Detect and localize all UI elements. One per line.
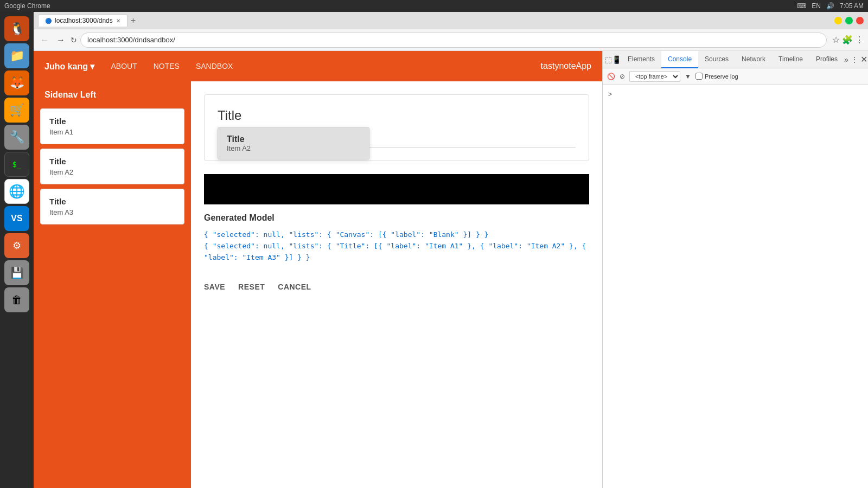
black-bar: [204, 174, 589, 204]
nav-about[interactable]: ABOUT: [111, 62, 137, 70]
volume-icon: 🔊: [826, 2, 834, 10]
back-button[interactable]: ←: [38, 33, 51, 47]
devtools-tabs: ⬚ 📱 Elements Console Sources Network Tim…: [603, 51, 868, 68]
sidebar-card-2-title: Title: [49, 157, 175, 166]
new-tab-button[interactable]: +: [131, 16, 136, 25]
maximize-button[interactable]: [845, 17, 853, 24]
sidebar-title: Sidenav Left: [34, 90, 191, 108]
os-topbar: Google Chrome ⌨ EN 🔊 7:05 AM: [0, 0, 868, 12]
model-title: Generated Model: [204, 213, 589, 223]
browser-toolbar: ← → ↻ ☆ 🧩 ⋮: [34, 29, 868, 51]
menu-button[interactable]: ⋮: [855, 35, 864, 45]
tab-console[interactable]: Console: [661, 51, 698, 68]
sidebar-card-1-item: Item A1: [49, 128, 175, 136]
tab-sources[interactable]: Sources: [698, 51, 735, 68]
devtools-more-tabs[interactable]: »: [844, 55, 848, 64]
browser-tab[interactable]: 🔵 localhost:3000/dnds ✕: [38, 14, 127, 27]
nav-sandbox[interactable]: SANDBOX: [196, 62, 233, 70]
address-bar[interactable]: [80, 33, 827, 48]
window-controls: [834, 17, 864, 24]
dock-trash[interactable]: 🗑: [4, 287, 29, 312]
tab-close-icon[interactable]: ✕: [116, 18, 120, 24]
dock-ubuntu[interactable]: 🐧: [4, 16, 29, 41]
devtools-toolbar: 🚫 ⊘ <top frame> ▼ Preserve log: [603, 68, 868, 85]
app-title-link[interactable]: tastynoteApp: [541, 61, 591, 71]
dock-chrome[interactable]: 🌐: [4, 179, 29, 204]
card-panel: Title Title Item A2: [204, 94, 589, 161]
browser-window: 🔵 localhost:3000/dnds ✕ + ← → ↻ ☆ 🧩 ⋮ Ju…: [34, 12, 868, 488]
sidebar-card-2-item: Item A2: [49, 168, 175, 176]
frame-selector[interactable]: <top frame>: [629, 71, 680, 82]
tab-network[interactable]: Network: [735, 51, 772, 68]
devtools-clear-button[interactable]: 🚫: [607, 73, 615, 80]
toolbar-actions: ☆ 🧩 ⋮: [832, 35, 864, 45]
devtools-inspect-icon[interactable]: ⬚: [605, 55, 612, 64]
keyboard-icon: ⌨: [797, 2, 806, 10]
close-button[interactable]: [856, 17, 864, 24]
app-brand[interactable]: Juho kang ▾: [44, 61, 94, 72]
dock-terminal[interactable]: $_: [4, 152, 29, 177]
tab-favicon: 🔵: [45, 18, 52, 24]
devtools-body: >: [603, 85, 868, 488]
dropdown-overlay: Title Item A2: [218, 127, 369, 159]
dock-settings[interactable]: 🔧: [4, 125, 29, 150]
dock-amazon[interactable]: 🛒: [4, 98, 29, 123]
save-button[interactable]: SAVE: [204, 280, 225, 293]
app-header: Juho kang ▾ ABOUT NOTES SANDBOX tastynot…: [34, 51, 602, 81]
nav-notes[interactable]: NOTES: [154, 62, 180, 70]
tab-timeline[interactable]: Timeline: [772, 51, 809, 68]
sidebar-card-3[interactable]: Title Item A3: [40, 189, 184, 224]
model-code-line-2: { "selected": null, "lists": { "Title": …: [204, 241, 589, 264]
card-title: Title: [218, 108, 576, 123]
cancel-button[interactable]: CANCEL: [278, 280, 311, 293]
devtools-device-icon[interactable]: 📱: [612, 55, 621, 64]
dock-firefox[interactable]: 🦊: [4, 70, 29, 95]
dropdown-item-1[interactable]: Title Item A2: [218, 128, 369, 159]
devtools-settings-icon[interactable]: ⋮: [851, 55, 858, 64]
extension-button[interactable]: 🧩: [842, 35, 853, 45]
os-title: Google Chrome: [4, 2, 50, 10]
devtools-arrow[interactable]: >: [607, 89, 613, 99]
dropdown-item-1-sub: Item A2: [227, 144, 360, 152]
app-nav: ABOUT NOTES SANDBOX: [111, 62, 233, 70]
app-body: Sidenav Left Title Item A1 Title Item A2…: [34, 81, 602, 488]
model-section: Generated Model { "selected": null, "lis…: [191, 204, 602, 272]
app-area: Juho kang ▾ ABOUT NOTES SANDBOX tastynot…: [34, 51, 602, 488]
browser-titlebar: 🔵 localhost:3000/dnds ✕ +: [34, 12, 868, 29]
clock: 7:05 AM: [840, 2, 864, 10]
preserve-log-checkbox[interactable]: [695, 73, 703, 80]
os-dock: 🐧 📁 🦊 🛒 🔧 $_ 🌐 VS ⚙ 💾 🗑: [0, 12, 34, 488]
tab-profiles[interactable]: Profiles: [809, 51, 844, 68]
devtools-panel: ⬚ 📱 Elements Console Sources Network Tim…: [602, 51, 868, 488]
minimize-button[interactable]: [834, 17, 842, 24]
refresh-button[interactable]: ↻: [71, 36, 77, 44]
dock-files[interactable]: 📁: [4, 43, 29, 68]
lang-indicator: EN: [812, 2, 821, 10]
sidebar-card-1-title: Title: [49, 117, 175, 126]
dropdown-item-1-title: Title: [227, 134, 360, 144]
tab-elements[interactable]: Elements: [621, 51, 661, 68]
devtools-close-button[interactable]: ✕: [860, 54, 867, 65]
frame-arrow: ▼: [685, 73, 691, 80]
sidebar-card-3-title: Title: [49, 197, 175, 206]
sidebar: Sidenav Left Title Item A1 Title Item A2…: [34, 81, 191, 488]
tab-title: localhost:3000/dnds: [55, 17, 113, 24]
sidebar-card-3-item: Item A3: [49, 208, 175, 216]
sidebar-card-1[interactable]: Title Item A1: [40, 108, 184, 144]
action-buttons: SAVE RESET CANCEL: [191, 272, 602, 302]
reset-button[interactable]: RESET: [238, 280, 265, 293]
os-topbar-right: ⌨ EN 🔊 7:05 AM: [797, 2, 864, 10]
preserve-log-label[interactable]: Preserve log: [695, 73, 738, 80]
dock-software[interactable]: ⚙: [4, 233, 29, 258]
forward-button[interactable]: →: [54, 33, 67, 47]
dock-disk[interactable]: 💾: [4, 260, 29, 285]
dock-vscode[interactable]: VS: [4, 206, 29, 231]
main-content: Title Title Item A2: [191, 81, 602, 488]
os-topbar-left: Google Chrome: [4, 2, 50, 10]
devtools-filter-button[interactable]: ⊘: [620, 73, 625, 80]
sidebar-cards: Title Item A1 Title Item A2 Title Item A…: [34, 108, 191, 229]
model-code-line-1: { "selected": null, "lists": { "Canvas":…: [204, 229, 589, 241]
sidebar-card-2[interactable]: Title Item A2: [40, 149, 184, 184]
browser-content: Juho kang ▾ ABOUT NOTES SANDBOX tastynot…: [34, 51, 868, 488]
bookmark-button[interactable]: ☆: [832, 35, 840, 45]
